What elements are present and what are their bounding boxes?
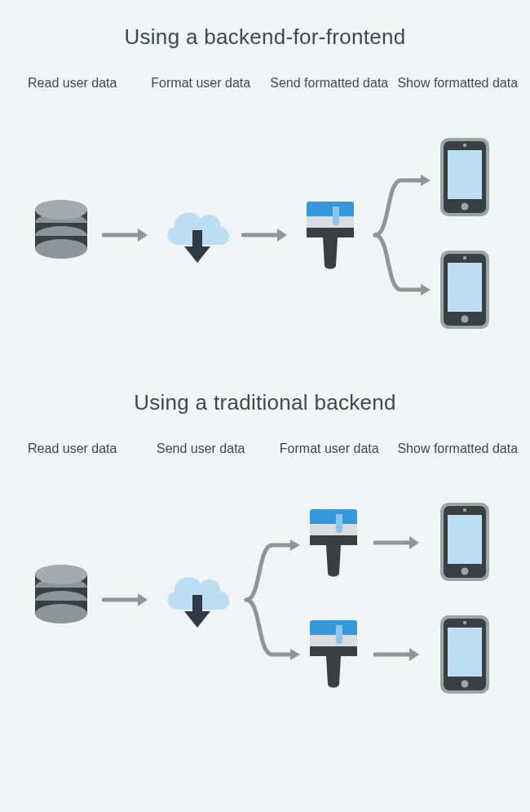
diagram-bff — [0, 92, 530, 321]
phone-icon — [435, 249, 494, 331]
labels-row-traditional: Read user data Send user data Format use… — [0, 440, 530, 458]
arrow-right-icon — [102, 227, 151, 243]
label-format: Format user data — [137, 74, 266, 92]
cloud-download-icon — [157, 559, 238, 641]
label-send: Send user data — [137, 440, 266, 458]
labels-row-bff: Read user data Format user data Send for… — [0, 74, 530, 92]
arrow-right-icon — [373, 646, 422, 663]
phone-icon — [435, 136, 494, 218]
brush-icon — [302, 198, 359, 272]
svg-point-6 — [35, 239, 87, 259]
branch-brace — [238, 522, 308, 677]
diagram-traditional — [0, 457, 530, 702]
brush-icon — [305, 506, 362, 579]
svg-rect-47 — [448, 628, 482, 677]
section-title-traditional: Using a traditional backend — [0, 390, 530, 415]
svg-rect-37 — [310, 646, 357, 656]
svg-rect-20 — [448, 263, 482, 312]
svg-point-22 — [462, 315, 469, 322]
svg-point-49 — [462, 681, 469, 688]
phone-icon — [435, 614, 494, 695]
cloud-download-icon — [157, 194, 238, 276]
database-icon — [29, 198, 94, 267]
svg-rect-11 — [307, 216, 354, 229]
svg-point-16 — [463, 143, 466, 146]
arrow-right-icon — [241, 227, 290, 243]
section-traditional: Using a traditional backend Read user da… — [0, 321, 530, 703]
svg-point-43 — [463, 508, 466, 512]
database-icon — [29, 563, 94, 632]
svg-point-29 — [35, 604, 87, 623]
label-show: Show formatted data — [394, 440, 523, 458]
svg-point-44 — [462, 568, 469, 575]
svg-rect-42 — [448, 515, 482, 564]
section-title-bff: Using a backend-for-frontend — [0, 24, 530, 50]
svg-rect-33 — [310, 524, 357, 537]
label-send: Send formatted data — [265, 74, 394, 92]
svg-rect-34 — [310, 535, 357, 545]
svg-point-7 — [35, 200, 87, 220]
svg-rect-12 — [307, 228, 354, 237]
arrow-right-icon — [102, 592, 151, 608]
svg-point-17 — [462, 202, 469, 210]
svg-point-21 — [463, 255, 466, 259]
svg-point-48 — [463, 621, 466, 624]
svg-rect-36 — [310, 635, 357, 648]
label-read: Read user data — [8, 440, 137, 458]
arrow-right-icon — [373, 535, 422, 551]
label-format: Format user data — [265, 440, 394, 458]
label-show: Show formatted data — [394, 74, 523, 92]
branch-brace — [365, 158, 439, 313]
svg-rect-15 — [448, 150, 482, 199]
phone-icon — [435, 501, 494, 583]
label-read: Read user data — [8, 74, 137, 92]
section-bff: Using a backend-for-frontend Read user d… — [0, 0, 530, 321]
brush-icon — [305, 617, 362, 690]
svg-point-30 — [35, 565, 87, 584]
